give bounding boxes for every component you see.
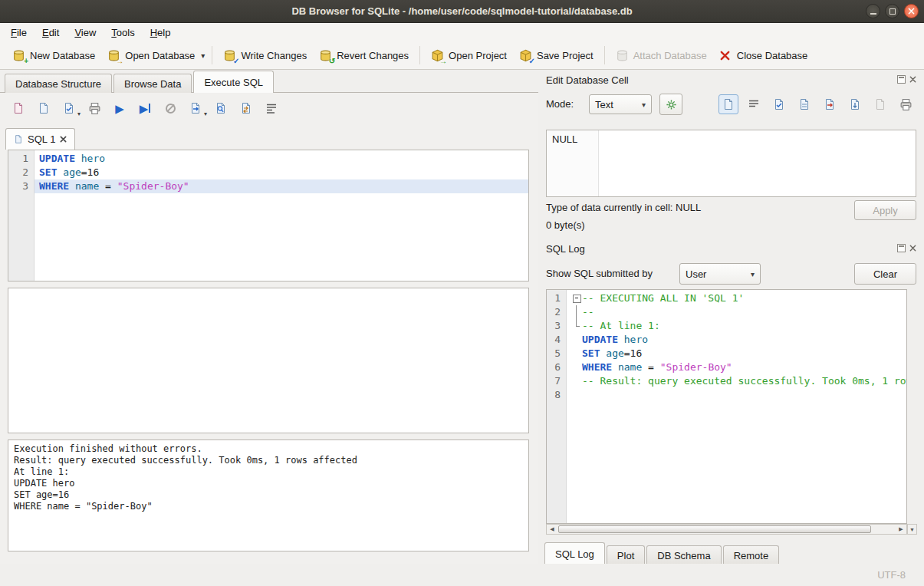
window-title: DB Browser for SQLite - /home/user/code/… [291,5,632,17]
tab-db-schema[interactable]: DB Schema [646,545,721,564]
write-changes-icon: ✓ [223,49,236,62]
filter-value: User [686,268,706,280]
line-number-gutter: 123 [8,150,35,281]
text-mode-icon[interactable] [718,94,738,114]
toolbar-separator [212,46,212,64]
close-database-icon [719,49,732,62]
tab-browse-data[interactable]: Browse Data [113,74,192,93]
open-sql-icon[interactable] [36,100,51,116]
chevron-down-icon: ▾ [751,270,755,278]
save-sql-dropdown-caret[interactable]: ▾ [77,110,81,117]
main-tab-bar: Database Structure Browse Data Execute S… [5,71,275,93]
tab-plot[interactable]: Plot [607,545,645,564]
close-panel-icon[interactable] [909,75,917,84]
save-cell-icon[interactable] [845,94,865,114]
button-label: Open Project [449,50,507,61]
sql-tab[interactable]: SQL 1 [5,128,75,150]
sql-log-filter-label: Show SQL submitted by [546,268,653,279]
open-project-button[interactable]: → Open Project [425,45,513,66]
write-changes-button[interactable]: ✓ Write Changes [217,45,313,66]
scrollbar-thumb[interactable] [558,525,871,533]
minimize-icon [870,13,876,15]
clear-log-button[interactable]: Clear [854,263,916,285]
tab-remote[interactable]: Remote [723,545,780,564]
button-label: Save Project [537,50,594,61]
cell-size-info: 0 byte(s) [546,219,585,231]
execute-current-line-icon[interactable]: ▶ [137,100,153,116]
toolbar-separator [419,46,420,64]
tab-sql-log[interactable]: SQL Log [544,542,605,564]
minimize-button[interactable] [866,4,880,18]
menu-view[interactable]: View [67,25,104,41]
sql-code[interactable]: UPDATE heroSET age=16WHERE name = "Spide… [35,150,528,281]
edit-cell-dock-buttons [897,75,917,84]
save-project-button[interactable]: ✓ Save Project [513,45,600,66]
mode-label: Mode: [546,98,574,110]
sql-editor[interactable]: 123 UPDATE heroSET age=16WHERE name = "S… [8,150,529,281]
open-project-icon: → [431,49,444,62]
scroll-right-icon[interactable]: ▶ [896,525,906,534]
close-button[interactable] [904,4,919,18]
export-dropdown-caret[interactable]: ▾ [204,110,207,117]
save-sql-file-icon[interactable]: ▾ [61,100,77,116]
menu-help[interactable]: Help [143,25,179,41]
encoding-indicator[interactable]: UTF-8 [877,569,906,581]
export-cell-icon[interactable] [820,94,840,114]
menu-file[interactable]: File [3,25,35,41]
execute-all-icon[interactable]: ▶ [112,100,127,116]
open-database-dropdown-caret[interactable]: ▾ [199,51,207,60]
edit-cell-header: Edit Database Cell [546,74,629,86]
save-project-icon: ✓ [519,49,532,62]
window-controls [866,4,919,18]
tab-execute-sql[interactable]: Execute SQL [193,71,274,93]
close-panel-icon[interactable] [909,244,917,252]
side-panel: Edit Database Cell Mode: Text ▾ [538,70,924,564]
gear-icon [666,99,677,110]
menu-tools[interactable]: Tools [104,25,142,41]
print-cell-icon[interactable] [896,94,916,114]
menu-edit[interactable]: Edit [35,25,67,41]
find-icon[interactable] [213,100,229,116]
cell-settings-button[interactable] [659,94,682,115]
export-results-icon[interactable]: ▾ [188,100,203,116]
sql-log-code: -- EXECUTING ALL IN 'SQL 1'---- At line … [567,290,906,523]
sql-log-filter-select[interactable]: User ▾ [679,263,761,285]
revert-changes-icon: ↺ [319,49,332,62]
button-label: Open Database [125,50,195,61]
open-sql-file-icon[interactable] [11,100,26,116]
main-toolbar: + New Database → Open Database ▾ ✓ Write… [0,41,924,70]
titlebar[interactable]: DB Browser for SQLite - /home/user/code/… [0,0,924,23]
close-database-button[interactable]: Close Database [713,45,814,66]
close-tab-icon[interactable] [60,136,67,143]
tab-database-structure[interactable]: Database Structure [5,74,112,93]
replace-icon[interactable] [238,100,254,116]
word-wrap-icon[interactable] [264,100,279,116]
mode-select[interactable]: Text ▾ [589,94,652,114]
open-database-button[interactable]: → Open Database [101,45,201,66]
import-cell-icon[interactable] [769,94,789,114]
execution-output: Execution finished without errors. Resul… [8,440,529,551]
float-panel-icon[interactable] [897,75,906,84]
apply-button[interactable]: Apply [854,200,916,220]
results-grid[interactable] [8,288,529,433]
print-icon[interactable] [87,100,102,116]
revert-changes-button[interactable]: ↺ Revert Changes [313,45,415,66]
chevron-down-icon: ▾ [642,100,646,109]
maximize-button[interactable] [885,4,899,18]
attach-database-button[interactable]: Attach Database [610,45,713,66]
sql-log-view[interactable]: 12345678 -- EXECUTING ALL IN 'SQL 1'----… [546,289,907,524]
attach-database-icon [616,49,629,62]
horizontal-scrollbar[interactable]: ◀ ▶ [546,524,907,535]
float-panel-icon[interactable] [897,244,906,252]
cell-text-area[interactable] [599,130,916,196]
copy-cell-icon[interactable] [794,94,814,114]
scroll-left-icon[interactable]: ◀ [547,525,557,534]
new-database-button[interactable]: + New Database [6,45,101,66]
button-label: Write Changes [241,50,307,61]
set-null-icon[interactable] [870,94,890,114]
word-wrap-cell-icon[interactable] [744,94,764,114]
cell-editor-area[interactable]: NULL [546,130,916,197]
sql-tab-label: SQL 1 [28,133,55,145]
stop-icon[interactable] [163,100,178,116]
scroll-down-icon[interactable]: ▼ [907,524,917,535]
